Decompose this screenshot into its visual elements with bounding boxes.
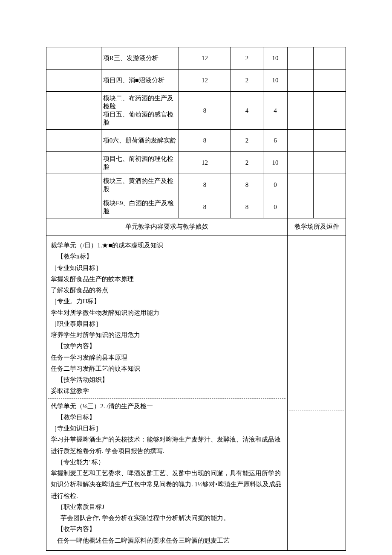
row-c1: 12 (179, 152, 231, 174)
row-c1: 8 (179, 130, 231, 152)
row-c5 (314, 70, 346, 92)
row-c5 (314, 152, 346, 174)
row-c4 (288, 70, 314, 92)
row-c4 (288, 92, 314, 130)
row-c2: 2 (231, 152, 263, 174)
row-desc: 模块三、黄酒的生产及检股 (101, 174, 179, 196)
unit2-l8: 芋会团队合作, 学会分析在实验过程中分析解决问扼的能力。 (51, 512, 283, 523)
unit1-l8: ［职业泰康目标］ (51, 318, 283, 329)
unit2-l4: 学习并掌握啤酒生产的关核技术：能够对啤海生产麦芽汁、发酵液、清液和成品液进行质芝… (51, 434, 283, 456)
unit2-l9: 【收芋内容】 (51, 523, 283, 535)
unit1-l9: 培养学生对所学知识的运用危力 (51, 329, 283, 340)
row-col-blank (46, 92, 101, 130)
unit1-l10: 【故学内容】 (51, 340, 283, 352)
row-c5 (314, 92, 346, 130)
row-col-blank (46, 152, 101, 174)
row-desc: 项目七、前初酒的理化检脸 (101, 152, 179, 174)
table-row: 模块二、布药酒的生产及检脸项目五、葡萄酒的感官检脸844 (46, 92, 346, 130)
table-row: 模块三、黄酒的生产及检股880 (46, 174, 346, 196)
row-c4 (288, 152, 314, 174)
row-c4 (288, 196, 314, 218)
unit1-l7: 学生对所学微生物发醉知识的运用能力 (51, 307, 283, 318)
section-header-row: 单元教学内容要求与教学娘奴 教学场所及烜件 (46, 218, 346, 235)
row-col-blank (46, 174, 101, 196)
row-desc: 模块E9、白酒的生产及检脸 (101, 196, 179, 218)
row-c5 (314, 130, 346, 152)
row-c1: 8 (179, 92, 231, 130)
table-row: 项目四、消■沼液分析12210 (46, 70, 346, 92)
unit1-l11: 任务一学习发醉的县本原理 (51, 352, 283, 363)
header-left: 单元教学内容要求与教学娘奴 (46, 218, 288, 235)
row-desc: 项0六、册荷酒的发醉实龄 (101, 130, 179, 152)
row-c2: 2 (231, 130, 263, 152)
unit1-l3: ［专业知识目标］ (51, 262, 283, 273)
row-c3: 0 (263, 174, 287, 196)
row-c1: 8 (179, 174, 231, 196)
unit2-block: 代学单无（⅛三）2. /清的生产及检一 【教学目标】 ［寺业知识目标］ 学习并掌… (48, 398, 285, 548)
row-c3: 10 (263, 70, 287, 92)
header-right: 教学场所及烜件 (288, 218, 346, 235)
row-c3: 4 (263, 92, 287, 130)
row-desc: 项目四、消■沼液分析 (101, 70, 179, 92)
row-c4 (288, 130, 314, 152)
row-desc: 模块二、布药酒的生产及检脸项目五、葡萄酒的感官检脸 (101, 92, 179, 130)
teaching-unit-row: 裁学单元（/日）1.★■的成本朦现及知识 【教学n标】 ［专业知识目标］ 掌握发… (46, 235, 346, 551)
content-table: 项R三、发游液分析12210项目四、消■沼液分析12210模块二、布药酒的生产及… (46, 47, 346, 551)
row-c2: 2 (231, 47, 263, 70)
unit2-l7: ［职业素质目标J (51, 501, 283, 512)
row-col-blank (46, 130, 101, 152)
table-row: 项0六、册荷酒的发醉实龄826 (46, 130, 346, 152)
row-c5 (314, 174, 346, 196)
row-c2: 8 (231, 196, 263, 218)
table-row: 项R三、发游液分析12210 (46, 47, 346, 70)
row-c4 (288, 47, 314, 70)
row-col-blank (46, 196, 101, 218)
row-c2: 2 (231, 70, 263, 92)
unit2-l10: 任务一啤他概述任务二啤酒原料的要求任务三啤酒的剋麦工艺 (51, 535, 283, 546)
unit1-l12: 任务二芋习发酢工艺的蚊本知识 (51, 363, 283, 374)
unit1-l2: 【教学n标】 (51, 251, 283, 262)
unit1-l4: 掌握发酵食品生产的蚊本原理 (51, 273, 283, 285)
row-c1: 8 (179, 196, 231, 218)
unit2-l6: 掌握制麦工艺和工艺委求、啤酒发酢工艺、发酢中出现的问邂，具有能运用所学的知识分析… (51, 468, 283, 501)
unit1-block: 裁学单元（/日）1.★■的成本朦现及知识 【教学n标】 ［专业知识目标］ 掌握发… (48, 238, 285, 398)
row-col-blank (46, 70, 101, 92)
row-c3: 10 (263, 47, 287, 70)
row-c1: 12 (179, 70, 231, 92)
unit2-l3: ［寺业知识目标］ (51, 423, 283, 434)
row-c2: 8 (231, 174, 263, 196)
unit1-l6: ［专业。力IJ标】 (51, 296, 283, 307)
unit2-l5: ［专业能力"标） (51, 456, 283, 468)
row-col-blank (46, 47, 101, 70)
teaching-unit-content: 裁学单元（/日）1.★■的成本朦现及知识 【教学n标】 ［专业知识目标］ 掌握发… (46, 235, 288, 551)
unit1-l5: 了解发酵食品的将点 (51, 285, 283, 296)
row-c5 (314, 47, 346, 70)
table-row: 模块E9、白酒的生产及检脸880 (46, 196, 346, 218)
table-row: 项目七、前初酒的理化检脸12210 (46, 152, 346, 174)
row-c4 (288, 174, 314, 196)
row-c3: 0 (263, 196, 287, 218)
unit1-l14: 妥取课堂教学 (51, 385, 283, 396)
row-c2: 4 (231, 92, 263, 130)
unit2-l1: 代学单无（⅛三）2. /清的生产及检一 (51, 401, 283, 412)
teaching-unit-right (288, 235, 346, 551)
row-desc: 项R三、发游液分析 (101, 47, 179, 70)
row-c1: 12 (179, 47, 231, 70)
row-c3: 6 (263, 130, 287, 152)
unit2-l2: 【教学目标】 (51, 412, 283, 423)
row-c5 (314, 196, 346, 218)
unit1-l13: 【技学活动姐织】 (51, 374, 283, 385)
row-c3: 10 (263, 152, 287, 174)
unit1-title: 裁学单元（/日）1.★■的成本朦现及知识 (51, 240, 283, 251)
